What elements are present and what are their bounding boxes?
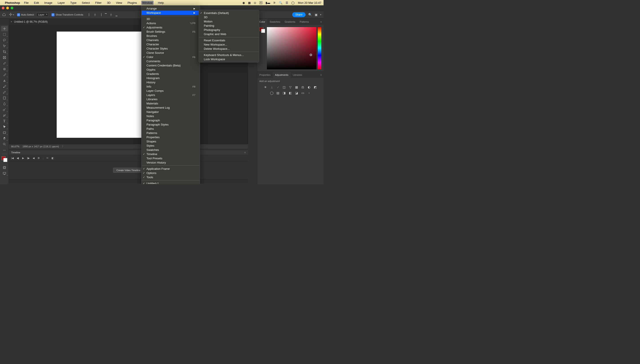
threshold-icon[interactable]: ◪ bbox=[294, 91, 299, 95]
tab-adjustments[interactable]: Adjustments bbox=[273, 72, 291, 78]
menu-item-paragraph[interactable]: Paragraph bbox=[142, 118, 200, 122]
menu-item-properties[interactable]: Properties bbox=[142, 135, 200, 139]
blur-tool[interactable] bbox=[1, 101, 8, 106]
search-icon[interactable]: 🔍 bbox=[308, 13, 312, 16]
brightness-contrast-icon[interactable]: ☀ bbox=[263, 85, 268, 89]
menu-item-workspace[interactable]: Workspace▶ bbox=[142, 11, 200, 15]
auto-select-checkbox[interactable]: ✓ bbox=[17, 13, 20, 16]
submenu-workspace-essentials-default-[interactable]: ✓Essentials (Default) bbox=[199, 11, 259, 15]
menu-item-navigator[interactable]: Navigator bbox=[142, 110, 200, 114]
menu-item-brush-settings[interactable]: Brush SettingsF5 bbox=[142, 30, 200, 34]
menu-item-histogram[interactable]: Histogram bbox=[142, 76, 200, 80]
align-top-icon[interactable]: ▔ bbox=[103, 12, 108, 17]
menu-item-paths[interactable]: Paths bbox=[142, 127, 200, 131]
adjustments-panel-menu-icon[interactable]: ≡ bbox=[320, 74, 322, 76]
background-swatch[interactable] bbox=[3, 158, 7, 162]
spotlight-icon[interactable]: 🔍 bbox=[279, 1, 282, 4]
submenu-keyboard-shortcuts[interactable]: Keyboard Shortcuts & Menus... bbox=[199, 53, 259, 57]
vibrance-icon[interactable]: ▽ bbox=[288, 85, 293, 89]
timeline-mute-icon[interactable]: ◀ bbox=[33, 157, 34, 160]
healing-brush-tool[interactable] bbox=[1, 66, 8, 72]
menu-help[interactable]: Help bbox=[157, 1, 165, 5]
timeline-next-frame-icon[interactable]: |▶ bbox=[27, 157, 30, 160]
app-name[interactable]: Photoshop bbox=[5, 1, 20, 4]
menu-item-tools[interactable]: ✓Tools bbox=[142, 175, 200, 179]
crop-tool[interactable] bbox=[1, 49, 8, 54]
submenu-workspace-painting[interactable]: Painting bbox=[199, 24, 259, 28]
menu-item-gradients[interactable]: Gradients bbox=[142, 72, 200, 76]
screen-mode-icon[interactable] bbox=[1, 171, 8, 176]
timeline-tab[interactable]: Timeline bbox=[11, 151, 20, 154]
menu-file[interactable]: File bbox=[23, 1, 30, 5]
align-center-v-icon[interactable]: ┼ bbox=[109, 12, 114, 17]
screen-record-icon[interactable]: ◉ bbox=[242, 1, 245, 4]
zoom-window-button[interactable] bbox=[11, 7, 13, 9]
edit-toolbar-icon[interactable]: ⋯ bbox=[1, 147, 8, 153]
menu-item-clone-source[interactable]: Clone Source bbox=[142, 51, 200, 55]
menu-item-version-history[interactable]: Version History bbox=[142, 160, 200, 165]
menu-type[interactable]: Type bbox=[69, 1, 77, 5]
menu-plugins[interactable]: Plugins bbox=[127, 1, 138, 5]
quick-select-tool[interactable] bbox=[1, 43, 8, 49]
submenu-workspace-graphic-and-web[interactable]: Graphic and Web bbox=[199, 32, 259, 36]
menu-item-styles[interactable]: Styles bbox=[142, 144, 200, 148]
tab-properties[interactable]: Properties bbox=[257, 72, 273, 78]
submenu-delete-workspace[interactable]: Delete Workspace... bbox=[199, 47, 259, 51]
menu-item-patterns[interactable]: Patterns bbox=[142, 131, 200, 135]
quick-mask-icon[interactable] bbox=[1, 165, 8, 170]
timeline-prev-frame-icon[interactable]: ◀| bbox=[17, 157, 19, 160]
timeline-play-icon[interactable]: ▶ bbox=[22, 157, 24, 160]
tab-libraries[interactable]: Libraries bbox=[291, 72, 304, 78]
frame-tool[interactable] bbox=[1, 55, 8, 60]
menu-view[interactable]: View bbox=[115, 1, 123, 5]
submenu-lock-workspace[interactable]: Lock Workspace bbox=[199, 57, 259, 61]
gradient-tool[interactable] bbox=[1, 95, 8, 101]
menu-image[interactable]: Image bbox=[43, 1, 53, 5]
document-canvas[interactable] bbox=[57, 32, 142, 138]
zoom-level[interactable]: 66,67% bbox=[11, 145, 19, 148]
panel-menu-icon[interactable]: ≡ bbox=[244, 151, 246, 154]
black-white-icon[interactable]: ◐ bbox=[307, 85, 311, 89]
timeline-settings-icon[interactable]: ⚙ bbox=[38, 157, 40, 160]
color-balance-icon[interactable]: ⚖ bbox=[301, 85, 305, 89]
play-circle-icon[interactable]: ⊙ bbox=[254, 1, 256, 4]
posterize-icon[interactable]: ◧ bbox=[288, 91, 293, 95]
auto-select-dropdown[interactable]: Layer ▾ bbox=[36, 13, 49, 17]
wifi-icon[interactable]: ⚞ bbox=[273, 1, 276, 4]
minimize-window-button[interactable] bbox=[6, 7, 9, 9]
pen-tool[interactable] bbox=[1, 113, 8, 118]
menu-item-libraries[interactable]: Libraries bbox=[142, 97, 200, 101]
align-right-icon[interactable]: ▕ bbox=[98, 12, 103, 17]
move-tool-icon[interactable] bbox=[9, 13, 12, 17]
menu-item-materials[interactable]: Materials bbox=[142, 101, 200, 106]
menu-item-tool-presets[interactable]: Tool Presets bbox=[142, 156, 200, 160]
color-panel-bg-swatch[interactable] bbox=[261, 29, 265, 33]
menu-item-comments[interactable]: Comments bbox=[142, 59, 200, 63]
menu-item-channels[interactable]: Channels bbox=[142, 38, 200, 42]
document-tab-title[interactable]: Untitled-1 @ 66,7% (RGB/8) bbox=[14, 20, 48, 23]
control-center-icon[interactable]: ☰ bbox=[286, 1, 288, 4]
exposure-icon[interactable]: ◫ bbox=[282, 85, 286, 89]
status-chevron-icon[interactable]: 〉 bbox=[62, 145, 64, 148]
color-panel-menu-icon[interactable]: ≡ bbox=[320, 20, 322, 23]
menu-item-timeline[interactable]: ✓Timeline bbox=[142, 152, 200, 156]
timeline-transition-icon[interactable]: ◧ bbox=[52, 157, 54, 160]
menu-item-history[interactable]: History bbox=[142, 80, 200, 84]
color-indicator[interactable] bbox=[310, 54, 312, 56]
menu-item-paragraph-styles[interactable]: Paragraph Styles bbox=[142, 122, 200, 127]
tool-preset-chevron-icon[interactable]: ▾ bbox=[13, 14, 14, 16]
create-video-timeline-button[interactable]: Create Video Timeline bbox=[113, 168, 144, 173]
tab-close-icon[interactable]: × bbox=[11, 20, 12, 23]
menu-item-3d[interactable]: 3D bbox=[142, 17, 200, 21]
menu-item-arrange[interactable]: Arrange▶ bbox=[142, 6, 200, 11]
menu-item-brushes[interactable]: Brushes bbox=[142, 34, 200, 38]
tab-patterns[interactable]: Patterns bbox=[298, 19, 311, 25]
tray-icon[interactable]: ▦ bbox=[248, 1, 251, 4]
rectangle-tool[interactable] bbox=[1, 130, 8, 135]
submenu-workspace-3d[interactable]: 3D bbox=[199, 15, 259, 19]
menu-window[interactable]: Window bbox=[141, 1, 153, 5]
eyedropper-tool[interactable] bbox=[1, 61, 8, 66]
brush-tool[interactable] bbox=[1, 72, 8, 78]
menu-edit[interactable]: Edit bbox=[33, 1, 40, 5]
hand-tool[interactable] bbox=[1, 136, 8, 141]
